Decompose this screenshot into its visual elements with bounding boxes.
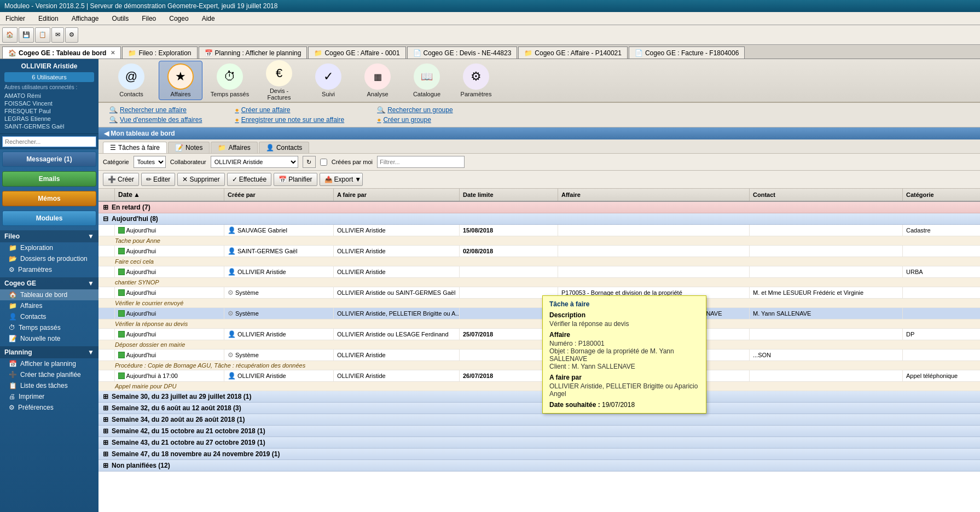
cogeo-section-header[interactable]: Cogeo GE ▼ [0, 277, 98, 289]
collaborateur-select[interactable]: OLLIVIER Aristide [211, 156, 298, 168]
group-week47[interactable]: ⊞ Semaine 47, du 18 novembre au 24 novem… [98, 449, 980, 460]
th-a-faire-par[interactable]: A faire par [334, 189, 460, 201]
sidebar-item-imprimer[interactable]: 🖨 Imprimer [0, 391, 98, 402]
tab-affaire-p140021[interactable]: 📁 Cogeo GE : Affaire - P140021 [518, 46, 628, 59]
icon-btn-temps[interactable]: ⏱ Temps passés [208, 61, 252, 100]
icon-btn-contacts[interactable]: @ Contacts [109, 61, 153, 100]
sidebar-item-nouvelle-note[interactable]: 📝 Nouvelle note [0, 333, 98, 344]
group-today[interactable]: ⊟ Aujourd'hui (8) [98, 213, 980, 225]
group-week43[interactable]: ⊞ Semaine 43, du 21 octobre au 27 octobr… [98, 437, 980, 449]
group-week30[interactable]: ⊞ Semaine 30, du 23 juillet au 29 juille… [98, 391, 980, 403]
link-vue-ensemble[interactable]: 🔍 Vue d'ensemble des affaires [109, 116, 202, 124]
th-date[interactable]: Date ▲ [115, 189, 224, 201]
th-affaire[interactable]: Affaire [558, 189, 750, 201]
creer-btn[interactable]: ➕ Créer [103, 173, 139, 186]
dash-tab-affaires[interactable]: 📁 Affaires [211, 142, 257, 153]
sidebar-item-exploration[interactable]: 📁 Exploration [0, 242, 98, 253]
dash-tab-taches[interactable]: ☰ Tâches à faire [103, 142, 167, 153]
supprimer-btn[interactable]: ✕ Supprimer [177, 173, 224, 186]
sidebar-search-input[interactable] [2, 136, 96, 147]
group-late[interactable]: ⊞ En retard (7) [98, 202, 980, 213]
sidebar-item-dossiers[interactable]: 📂 Dossiers de production [0, 253, 98, 264]
sidebar-item-creer-tache[interactable]: ➕ Créer tâche planifiée [0, 369, 98, 380]
effectuee-btn[interactable]: ✓ Effectuée [227, 173, 271, 186]
messagerie-btn[interactable]: Messagerie (1) [2, 152, 96, 167]
sidebar-item-afficher-planning[interactable]: 📅 Afficher le planning [0, 358, 98, 369]
icon-btn-affaires[interactable]: ★ Affaires [159, 61, 202, 100]
toolbar-btn-3[interactable]: 📋 [35, 27, 50, 43]
sidebar-item-affaires[interactable]: 📁 Affaires [0, 300, 98, 311]
tab-facture[interactable]: 📄 Cogeo GE : Facture - F1804006 [629, 46, 745, 59]
icon-btn-suivi[interactable]: ✓ Suivi [306, 61, 350, 100]
dash-tab-notes[interactable]: 📝 Notes [168, 142, 210, 153]
table-row[interactable]: Aujourd'hui 👤OLLIVIER Aristide OLLIVIER … [98, 266, 980, 278]
table-row[interactable]: Aujourd'hui 👤SAINT-GERMES Gaël OLLIVIER … [98, 246, 980, 257]
menu-affichage[interactable]: Affichage [68, 14, 102, 24]
toolbar-btn-2[interactable]: 💾 [19, 27, 34, 43]
sidebar-item-contacts[interactable]: 👤 Contacts [0, 311, 98, 322]
table-row[interactable]: Aujourd'hui à 17:00 👤OLLIVIER Aristide O… [98, 370, 980, 382]
group-week32[interactable]: ⊞ Semaine 32, du 6 août au 12 août 2018 … [98, 403, 980, 414]
tab-tableau-de-bord[interactable]: 🏠 Cogeo GE : Tableau de bord ✕ [2, 46, 121, 59]
crees-par-moi-checkbox[interactable] [320, 159, 327, 166]
sidebar-item-temps[interactable]: ⏱ Temps passés [0, 322, 98, 333]
table-row[interactable]: Aujourd'hui ⚙Système OLLIVIER Aristide o… [98, 287, 980, 299]
table-row[interactable]: Aujourd'hui ⚙Système OLLIVIER Aristide 7… [98, 350, 980, 361]
fileo-section-header[interactable]: Fileo ▼ [0, 230, 98, 242]
th-categorie[interactable]: Catégorie [903, 189, 980, 201]
menu-edition[interactable]: Edition [35, 14, 62, 24]
filter-input[interactable] [377, 156, 465, 168]
categorie-select[interactable]: Toutes [134, 156, 166, 168]
table-row[interactable]: Aujourd'hui 👤OLLIVIER Aristide OLLIVIER … [98, 329, 980, 340]
th-contact[interactable]: Contact [750, 189, 903, 201]
toolbar-btn-4[interactable]: ✉ [51, 27, 64, 43]
filter-bar: Catégorie Toutes Collaborateur OLLIVIER … [98, 154, 980, 171]
dashboard: ◀ Mon tableau de bord ☰ Tâches à faire 📝… [98, 127, 980, 512]
menu-fileo[interactable]: Fileo [138, 14, 159, 24]
tab-planning[interactable]: 📅 Planning : Afficher le planning [199, 46, 308, 59]
toolbar-btn-5[interactable]: ⚙ [65, 27, 78, 43]
tab-affaire-0001[interactable]: 📁 Cogeo GE : Affaire - 0001 [308, 46, 405, 59]
menu-aide[interactable]: Aide [199, 14, 218, 24]
user-count-box[interactable]: 6 Utilisateurs [4, 72, 94, 82]
th-creee-par[interactable]: Créée par [224, 189, 334, 201]
dash-tab-contacts[interactable]: 👤 Contacts [259, 142, 309, 153]
link-rechercher-groupe[interactable]: 🔍 Rechercher un groupe [377, 106, 453, 114]
menu-fichier[interactable]: Fichier [2, 14, 28, 24]
tab-devis[interactable]: 📄 Cogeo GE : Devis - NE-44823 [407, 46, 518, 59]
link-enregistrer-note[interactable]: ● Enregistrer une note sur une affaire [235, 116, 344, 124]
table-row[interactable]: Aujourd'hui 👤SAUVAGE Gabriel OLLIVIER Ar… [98, 225, 980, 236]
tab-close-tableau[interactable]: ✕ [111, 50, 115, 56]
refresh-btn[interactable]: ↻ [303, 156, 316, 168]
menu-outils[interactable]: Outils [109, 14, 132, 24]
planifier-btn[interactable]: 📅 Planifier [274, 173, 317, 186]
icon-btn-params[interactable]: ⚙ Paramètres [454, 61, 498, 100]
editer-btn[interactable]: ✏ Editer [141, 173, 175, 186]
tab-fileo-exploration[interactable]: 📁 Fileo : Exploration [122, 46, 197, 59]
td-contact [750, 225, 903, 236]
link-rechercher-affaire[interactable]: 🔍 Rechercher une affaire [109, 106, 202, 114]
sidebar-item-liste-taches[interactable]: 📋 Liste des tâches [0, 380, 98, 391]
toolbar-btn-1[interactable]: 🏠 [2, 27, 18, 43]
planning-section-header[interactable]: Planning ▼ [0, 346, 98, 358]
modules-btn[interactable]: Modules [2, 211, 96, 226]
menu-cogeo[interactable]: Cogeo [166, 14, 192, 24]
icon-btn-devis[interactable]: € Devis - Factures [257, 59, 301, 103]
link-creer-affaire[interactable]: ● Créer une affaire [235, 106, 344, 114]
export-btn[interactable]: 📤 Export ▼ [320, 173, 363, 186]
group-unplanned[interactable]: ⊞ Non planifiées (12) [98, 460, 980, 472]
fileo-section: Fileo ▼ 📁 Exploration 📂 Dossiers de prod… [0, 230, 98, 275]
group-week42[interactable]: ⊞ Semaine 42, du 15 octobre au 21 octobr… [98, 426, 980, 437]
sidebar-item-preferences[interactable]: ⚙ Préférences [0, 402, 98, 413]
sidebar-item-fileo-params[interactable]: ⚙ Paramètres [0, 264, 98, 275]
table-row[interactable]: Aujourd'hui ⚙Système OLLIVIER Aristide, … [98, 308, 980, 319]
memos-btn[interactable]: Mémos [2, 191, 96, 206]
sidebar-item-tableau-de-bord[interactable]: 🏠 Tableau de bord [0, 289, 98, 300]
icon-btn-analyse[interactable]: ▦ Analyse [356, 61, 399, 100]
icon-btn-catalogue[interactable]: 📖 Catalogue [405, 61, 449, 100]
link-creer-groupe[interactable]: ● Créer un groupe [377, 116, 453, 124]
group-week34[interactable]: ⊞ Semaine 34, du 20 août au 26 août 2018… [98, 414, 980, 426]
emails-btn[interactable]: Emails [2, 171, 96, 187]
icon-bar: @ Contacts ★ Affaires ⏱ Temps passés € D… [98, 59, 980, 103]
th-date-limite[interactable]: Date limite [460, 189, 558, 201]
